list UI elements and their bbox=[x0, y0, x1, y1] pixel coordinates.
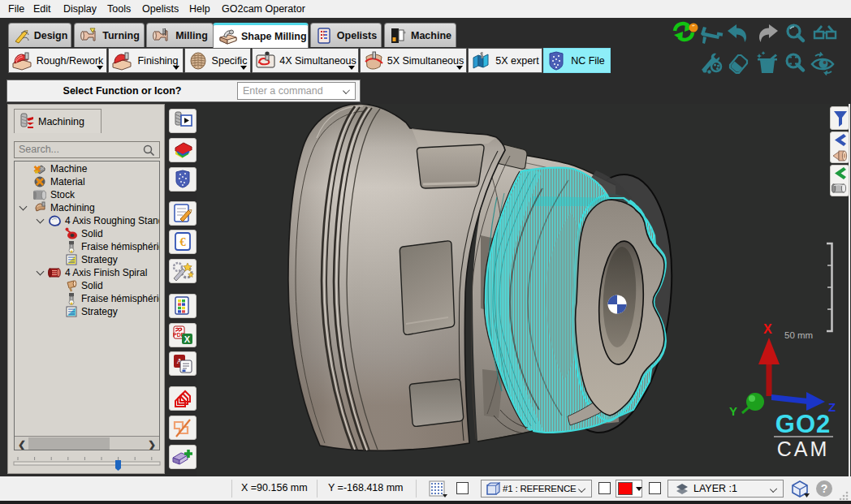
svg-text:X: X bbox=[184, 334, 191, 344]
svg-text:€: € bbox=[179, 235, 186, 248]
svg-text:?: ? bbox=[821, 482, 828, 495]
svg-text:X: X bbox=[763, 322, 772, 336]
svg-text:Y: Y bbox=[729, 404, 737, 418]
